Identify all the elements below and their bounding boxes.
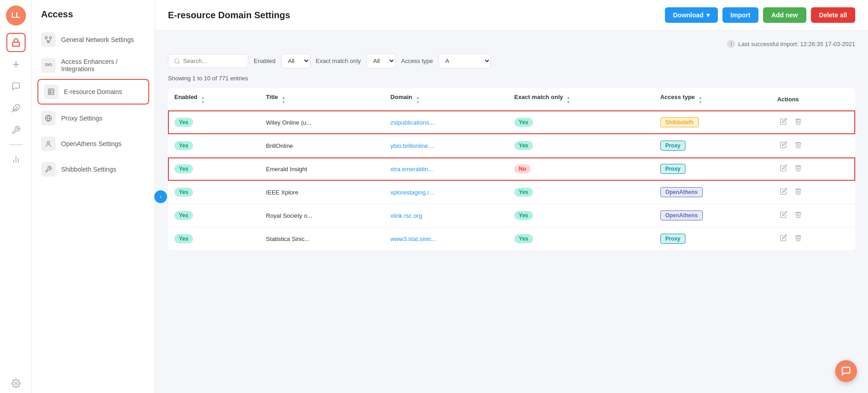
- delete-button[interactable]: [792, 187, 805, 198]
- cell-title: Statistica Sinic...: [260, 227, 384, 251]
- edit-button[interactable]: [777, 187, 790, 198]
- sort-access-desc[interactable]: ▼: [698, 100, 702, 105]
- domain-link[interactable]: ybio.brillonline....: [391, 142, 435, 149]
- nav-divider: [9, 144, 23, 145]
- sidebar-item-openathens[interactable]: OpenAthens Settings: [32, 131, 155, 157]
- domain-link[interactable]: zslpublications....: [391, 119, 436, 126]
- cell-actions: [771, 181, 855, 204]
- cell-title: Wiley Online (u...: [260, 110, 384, 134]
- header-actions: Download ▾ Import Add new Delete all: [665, 7, 855, 23]
- sort-enabled-desc[interactable]: ▼: [201, 100, 205, 105]
- col-access-type: Access type ▲▼: [654, 88, 771, 110]
- delete-button[interactable]: [792, 233, 805, 244]
- cell-enabled: Yes: [168, 181, 260, 204]
- sidebar-item-general-network[interactable]: General Network Settings: [32, 27, 155, 52]
- sidebar-item-proxy-settings[interactable]: Proxy Settings: [32, 105, 155, 131]
- cell-actions: [771, 227, 855, 251]
- nav-icon-chat[interactable]: [6, 77, 26, 96]
- exact-match-filter-select[interactable]: All Yes No: [366, 53, 396, 68]
- cell-domain: xlink.rsc.org: [384, 204, 508, 227]
- sidebar-item-eresource-domains[interactable]: E-resource Domains: [37, 79, 149, 105]
- domain-link[interactable]: xplorestaging.i...: [391, 189, 434, 196]
- sort-exact-asc[interactable]: ▲: [566, 96, 570, 100]
- delete-button[interactable]: [792, 163, 805, 174]
- svg-point-8: [15, 383, 17, 385]
- svg-rect-9: [45, 37, 47, 38]
- sidebar-item-access-enhancers[interactable]: Access Enhancers / Integrations: [32, 52, 155, 78]
- delete-all-button[interactable]: Delete all: [811, 7, 855, 23]
- domain-link[interactable]: xlink.rsc.org: [391, 212, 422, 219]
- delete-button[interactable]: [792, 117, 805, 128]
- integrations-icon: [41, 58, 56, 73]
- sort-domain-asc[interactable]: ▲: [416, 96, 420, 100]
- sort-title-asc[interactable]: ▲: [282, 96, 286, 100]
- svg-point-27: [175, 58, 179, 63]
- edit-button[interactable]: [777, 233, 790, 244]
- cell-title: Emerald Insight: [260, 157, 384, 181]
- col-actions: Actions: [771, 88, 855, 110]
- cell-access-type: OpenAthens: [654, 181, 771, 204]
- edit-button[interactable]: [777, 117, 790, 128]
- cell-enabled: Yes: [168, 157, 260, 181]
- search-input[interactable]: [183, 58, 242, 64]
- sort-access-asc[interactable]: ▲: [698, 96, 702, 100]
- cell-domain: www3.stat.sinic...: [384, 227, 508, 251]
- nav-icon-plus[interactable]: [6, 55, 26, 74]
- col-exact-match: Exact match only ▲▼: [508, 88, 654, 110]
- nav-icon-puzzle[interactable]: [6, 99, 26, 118]
- add-new-button[interactable]: Add new: [763, 7, 806, 23]
- cell-enabled: Yes: [168, 227, 260, 251]
- cell-enabled: Yes: [168, 110, 260, 134]
- sort-title-desc[interactable]: ▼: [282, 100, 286, 105]
- cell-domain: zslpublications....: [384, 110, 508, 134]
- delete-button[interactable]: [792, 140, 805, 151]
- table-row: Yes Emerald Insight xtra.emeraldin... No…: [168, 157, 855, 181]
- domain-link[interactable]: www3.stat.sinic...: [391, 236, 436, 242]
- cell-exact-match: Yes: [508, 134, 654, 157]
- proxy-icon: [41, 111, 56, 126]
- edit-button[interactable]: [777, 163, 790, 174]
- data-table: Enabled ▲▼ Title ▲▼ Domain ▲▼ Exact matc…: [168, 88, 855, 250]
- avatar[interactable]: LL: [6, 5, 26, 26]
- network-icon: [41, 32, 56, 47]
- cell-actions: [771, 134, 855, 157]
- table-row: Yes IEEE Xplore xplorestaging.i... Yes O…: [168, 181, 855, 204]
- sidebar-label-access-enhancers: Access Enhancers / Integrations: [61, 58, 146, 73]
- enabled-filter-select[interactable]: All Yes No: [281, 53, 310, 68]
- sort-exact-desc[interactable]: ▼: [566, 100, 570, 105]
- cell-exact-match: Yes: [508, 110, 654, 134]
- edit-button[interactable]: [777, 140, 790, 151]
- cell-enabled: Yes: [168, 134, 260, 157]
- search-box[interactable]: [168, 54, 248, 68]
- access-type-filter-select[interactable]: A Proxy Shibboleth OpenAthens: [439, 53, 491, 68]
- import-button[interactable]: Import: [722, 7, 759, 23]
- openathens-icon: [41, 136, 56, 151]
- showing-text: Showing 1 to 10 of 771 entries: [168, 75, 855, 82]
- shibboleth-icon: [41, 162, 56, 177]
- sort-domain-desc[interactable]: ▼: [416, 100, 420, 105]
- svg-rect-0: [12, 42, 19, 46]
- nav-icon-settings[interactable]: [6, 374, 26, 393]
- collapse-sidebar-button[interactable]: ‹: [154, 190, 167, 203]
- domain-link[interactable]: xtra.emeraldin...: [391, 166, 433, 173]
- col-domain: Domain ▲▼: [384, 88, 508, 110]
- nav-icon-chart[interactable]: [6, 150, 26, 169]
- download-button[interactable]: Download ▾: [665, 7, 718, 23]
- cell-domain: ybio.brillonline....: [384, 134, 508, 157]
- sort-enabled-asc[interactable]: ▲: [201, 96, 205, 100]
- edit-button[interactable]: [777, 210, 790, 221]
- search-icon: [174, 58, 180, 64]
- cell-access-type: Proxy: [654, 157, 771, 181]
- cell-title: BrillOnline: [260, 134, 384, 157]
- cell-access-type: Proxy: [654, 134, 771, 157]
- delete-button[interactable]: [792, 210, 805, 221]
- cell-exact-match: Yes: [508, 181, 654, 204]
- sidebar-label-eresource: E-resource Domains: [64, 88, 122, 95]
- icon-sidebar: LL: [0, 0, 32, 393]
- nav-icon-lock[interactable]: [6, 33, 26, 52]
- nav-icon-tools[interactable]: [6, 121, 26, 140]
- cell-access-type: OpenAthens: [654, 204, 771, 227]
- svg-rect-19: [48, 89, 54, 94]
- chat-button[interactable]: [835, 360, 857, 382]
- sidebar-item-shibboleth[interactable]: Shibboleth Settings: [32, 157, 155, 182]
